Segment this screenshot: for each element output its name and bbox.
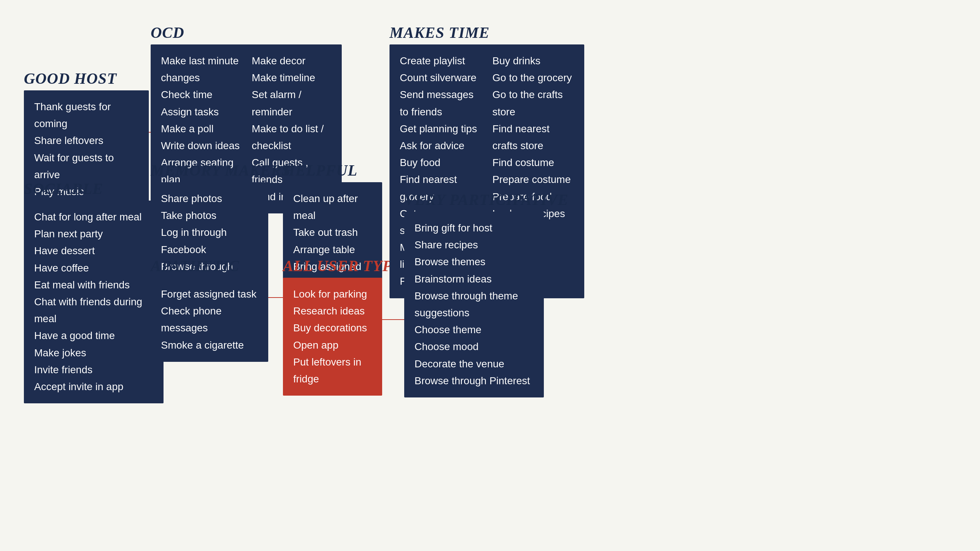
sociable-section: SOCIABLE Chat for long after meal Plan n… [24,180,164,403]
list-item: Choose theme [415,321,533,338]
sociable-card: Chat for long after meal Plan next party… [24,200,164,403]
list-item: Create playlist [400,52,481,70]
good-host-label: GOOD HOST [24,70,149,87]
list-item: Brainstorm ideas [415,271,533,287]
list-item: Bring gift for host [415,220,533,237]
list-item: Eat meal with friends [34,276,153,294]
list-item: Smoke a cigarette [161,337,258,354]
list-item: Go to the grocery [492,70,574,86]
apathetic-list: Forget assigned task Check phone message… [161,286,258,354]
list-item: Prepare costume [492,171,574,188]
list-item: Research ideas [293,303,372,319]
list-item: Chat for long after meal [34,209,153,225]
list-item: Plan next party [34,225,153,243]
list-item: Make jokes [34,345,153,362]
list-item: Browse through Pinterest [415,373,533,389]
list-item: Count silverware [400,70,481,86]
list-item: Go to the crafts store [492,86,574,120]
list-item: Thank guests for coming [34,98,138,132]
list-item: Chat with friends during meal [34,294,153,327]
list-item: Browse themes [415,254,533,270]
list-item: Choose mood [415,338,533,355]
apathetic-card: Forget assigned task Check phone message… [151,278,268,362]
list-item: Open app [293,337,372,354]
list-item: Have coffee [34,260,153,276]
list-item: Forget assigned task [161,286,258,303]
list-item: Check time [161,86,241,103]
ocd-label: OCD [151,24,342,41]
list-item: Take out trash [293,224,372,241]
list-item: Buy drinks [492,52,574,70]
list-item: Write down ideas [161,137,241,154]
list-item: Find costume [492,154,574,171]
list-item: Buy food [400,154,481,171]
list-item: Invite friends [34,362,153,378]
very-participative-section: VERY PARTICIPATIVE Bring gift for host S… [404,191,568,397]
memory-makers-label: MEMORY MAKERS [151,162,291,179]
list-item: Check phone messages [161,303,258,337]
makes-time-label: MAKES TIME [390,24,584,41]
list-item: Buy decorations [293,319,372,337]
list-item: Ask for advice [400,137,481,154]
list-item: Have a good time [34,327,153,344]
list-item: Make to do list / checklist [252,121,331,154]
list-item: Take photos [161,207,258,224]
list-item: Make last minute changes [161,52,241,86]
list-item: Send messages to friends [400,86,481,120]
all-user-types-list: Look for parking Research ideas Buy deco… [293,286,372,387]
list-item: Look for parking [293,286,372,303]
list-item: Get planning tips [400,121,481,137]
list-item: Have dessert [34,243,153,259]
list-item: Share recipes [415,237,533,254]
very-participative-card: Bring gift for host Share recipes Browse… [404,211,544,397]
apathetic-label: APATHETIC [151,257,268,275]
list-item: Clean up after meal [293,190,372,224]
list-item: Browse through theme suggestions [415,287,533,321]
list-item: Set alarm / reminder [252,86,331,120]
list-item: Make decor [252,52,331,70]
list-item: Share leftovers [34,132,138,149]
list-item: Share photos [161,190,258,207]
apathetic-section: APATHETIC Forget assigned task Check pho… [151,257,268,362]
sociable-list: Chat for long after meal Plan next party… [34,209,153,395]
helpful-label: HELPFUL [283,162,382,179]
list-item: Find nearest crafts store [492,121,574,154]
very-participative-list: Bring gift for host Share recipes Browse… [415,220,533,389]
list-item: Make timeline [252,70,331,86]
sociable-label: SOCIABLE [24,180,164,198]
all-user-types-card: Look for parking Research ideas Buy deco… [283,278,382,395]
list-item: Decorate the venue [415,356,533,373]
list-item: Assign tasks [161,103,241,121]
list-item: Put leftovers in fridge [293,354,372,387]
list-item: Accept invite in app [34,378,153,395]
list-item: Wait for guests to arrive [34,149,138,183]
very-participative-label: VERY PARTICIPATIVE [404,191,568,209]
list-item: Make a poll [161,121,241,137]
list-item: Log in through Facebook [161,224,258,258]
list-item: Arrange table [293,241,372,258]
